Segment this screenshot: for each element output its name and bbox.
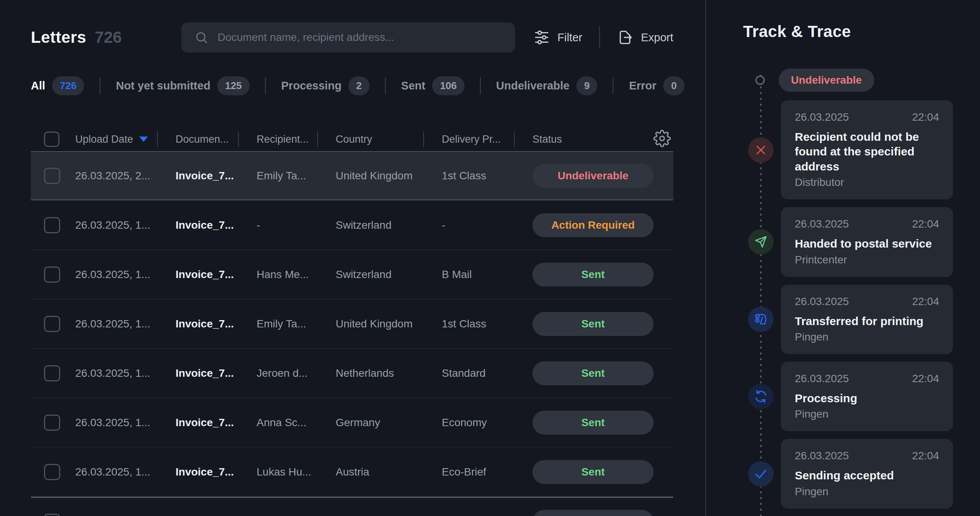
table-body: 26.03.2025, 2...Invoice_7...Emily Ta...U… <box>31 151 673 516</box>
cell-upload-date: 26.03.2025, 1... <box>75 367 176 379</box>
tab-separator <box>265 77 266 94</box>
select-all-checkbox[interactable] <box>44 132 59 147</box>
cell-country: Switzerland <box>336 268 442 281</box>
tab-error[interactable]: Error0 <box>629 76 684 95</box>
event-date: 26.03.2025 <box>795 450 849 462</box>
row-checkbox[interactable] <box>44 316 60 332</box>
cell-status: Sent <box>532 361 673 385</box>
panel-title: Track & Trace <box>743 22 953 41</box>
column-header-status[interactable]: Status <box>532 133 673 145</box>
cell-document: Invoice_7... <box>176 268 257 281</box>
timeline-event-card: 26.03.202522:04Sending acceptedPingen <box>781 439 953 508</box>
column-header-label: Documen... <box>176 133 229 145</box>
search-bar[interactable] <box>181 22 515 52</box>
table-settings-button[interactable] <box>653 130 671 149</box>
magnifier-icon <box>194 30 208 44</box>
letters-table: Upload DateDocumen...Recipient...Country… <box>31 127 673 516</box>
tab-not-yet-submitted[interactable]: Not yet submitted125 <box>116 76 249 95</box>
cell-status: Sent <box>532 312 673 336</box>
event-title: Transferred for printing <box>795 314 939 329</box>
column-header-upload-date[interactable]: Upload Date <box>75 133 176 145</box>
table-row[interactable]: 26.03.2025, 1...Invoice_7...Anna Sc...Ge… <box>31 398 673 447</box>
row-checkbox[interactable] <box>44 415 60 431</box>
tab-count-badge: 0 <box>663 76 684 95</box>
row-checkbox-cell <box>31 365 75 381</box>
event-date: 26.03.2025 <box>795 295 849 308</box>
event-title: Recipient could not be found at the spec… <box>795 130 939 174</box>
row-checkbox[interactable] <box>44 514 60 516</box>
event-source: Pingen <box>795 486 939 498</box>
timeline-start-node <box>755 76 765 85</box>
cell-country: United Kingdom <box>336 170 442 182</box>
row-checkbox-cell <box>31 514 75 516</box>
tab-undeliverable[interactable]: Undeliverable9 <box>496 76 598 95</box>
tab-label: All <box>31 79 45 92</box>
tab-count-badge: 2 <box>348 76 369 95</box>
event-date: 26.03.2025 <box>795 111 849 123</box>
tab-sent[interactable]: Sent106 <box>401 76 465 95</box>
cell-country: United Kingdom <box>336 318 442 330</box>
topbar-divider <box>599 26 600 49</box>
topbar: Letters 726 Filter Export <box>0 0 705 52</box>
row-checkbox-cell <box>31 316 75 332</box>
row-checkbox[interactable] <box>44 365 60 381</box>
column-header-documen[interactable]: Documen... <box>176 133 257 145</box>
cell-upload-date: 26.03.2025, 1... <box>75 466 176 478</box>
timeline-event: 26.03.202522:04Handed to postal serviceP… <box>743 207 953 277</box>
cell-recipient: Emily Ta... <box>257 170 336 182</box>
cell-recipient: Emily Ta... <box>257 318 336 330</box>
track-and-trace-panel: Track & Trace Undeliverable 26.03.202522… <box>705 0 980 516</box>
row-checkbox[interactable] <box>44 266 60 283</box>
page-title: Letters <box>31 28 86 47</box>
tab-count-badge: 106 <box>432 76 464 95</box>
sliders-icon <box>534 29 550 46</box>
table-row[interactable]: 26.03.2025, 1...Invoice_7...Hans Me...Sw… <box>31 250 673 299</box>
event-time: 22:04 <box>912 111 939 123</box>
tab-processing[interactable]: Processing2 <box>281 76 370 95</box>
row-checkbox[interactable] <box>44 217 60 233</box>
table-row[interactable] <box>31 497 673 516</box>
table-row[interactable]: 26.03.2025, 1...Invoice_7...-Switzerland… <box>31 201 673 250</box>
table-header-row: Upload DateDocumen...Recipient...Country… <box>31 127 673 151</box>
event-source: Pingen <box>795 331 939 343</box>
table-row[interactable]: 26.03.2025, 1...Invoice_7...Jeroen d...N… <box>31 349 673 398</box>
status-badge <box>532 510 654 516</box>
event-source: Pingen <box>795 408 939 420</box>
column-header-country[interactable]: Country <box>336 133 442 145</box>
table-row[interactable]: 26.03.2025, 1...Invoice_7...Emily Ta...U… <box>31 299 673 349</box>
status-badge: Sent <box>532 460 654 484</box>
event-date-row: 26.03.202522:04 <box>795 295 939 308</box>
tracking-status-badge: Undeliverable <box>779 69 874 92</box>
cell-document: Invoice_7... <box>176 466 257 478</box>
timeline-event: 26.03.202522:04Recipient could not be fo… <box>743 100 953 199</box>
cell-delivery-product: 1st Class <box>442 318 532 330</box>
event-time: 22:04 <box>912 450 939 462</box>
file-export-icon <box>617 29 633 46</box>
cell-recipient: Jeroen d... <box>257 367 336 379</box>
row-checkbox[interactable] <box>44 464 60 480</box>
cell-country: Austria <box>336 466 442 478</box>
search-input[interactable] <box>218 31 504 44</box>
cell-status: Sent <box>532 460 673 484</box>
cell-country: Germany <box>336 417 442 429</box>
timeline-events: 26.03.202522:04Recipient could not be fo… <box>743 100 953 516</box>
cell-upload-date: 26.03.2025, 1... <box>75 318 176 330</box>
table-row[interactable]: 26.03.2025, 2...Invoice_7...Emily Ta...U… <box>31 151 673 201</box>
export-button[interactable]: Export <box>617 29 673 46</box>
filter-button[interactable]: Filter <box>534 29 582 46</box>
row-checkbox[interactable] <box>44 168 60 184</box>
tab-label: Not yet submitted <box>116 79 210 92</box>
tab-label: Error <box>629 79 656 92</box>
column-header-recipient[interactable]: Recipient... <box>257 133 336 145</box>
tab-all[interactable]: All726 <box>31 76 84 95</box>
event-title: Sending accepted <box>795 468 939 483</box>
table-row[interactable]: 26.03.2025, 1...Invoice_7...Lukas Hu...A… <box>31 447 673 497</box>
x-icon <box>748 137 774 163</box>
export-button-label: Export <box>641 31 673 44</box>
event-date-row: 26.03.202522:04 <box>795 218 939 230</box>
cell-country: Netherlands <box>336 367 442 379</box>
timeline-event-card: 26.03.202522:04Transferred for printingP… <box>781 285 953 354</box>
header-checkbox-cell <box>31 132 75 147</box>
status-badge: Sent <box>532 312 654 336</box>
column-header-delivery-pr[interactable]: Delivery Pr... <box>442 133 532 145</box>
